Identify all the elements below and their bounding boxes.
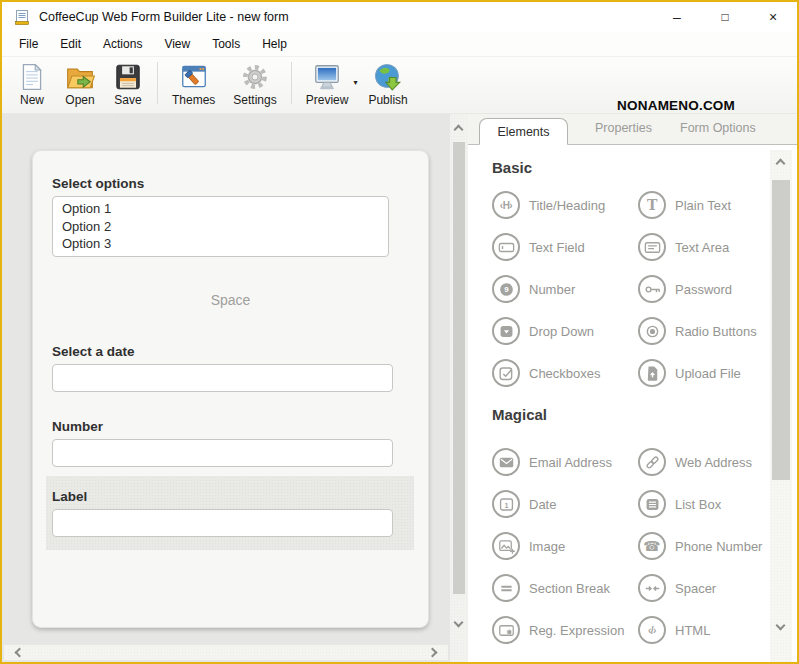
section-break-icon: [492, 574, 520, 602]
palette-scrollbar[interactable]: [770, 150, 792, 662]
palette-item-label: Text Area: [675, 240, 729, 255]
spacer-arrows-icon: [638, 574, 666, 602]
palette-item-checkboxes[interactable]: Checkboxes: [492, 352, 638, 394]
palette-item-image[interactable]: Image: [492, 525, 638, 567]
palette-grid: ‹H›Title/HeadingTPlain TextText FieldTex…: [492, 184, 797, 394]
app-logo-icon: [14, 9, 31, 26]
tool-label: New: [20, 93, 44, 107]
open-button[interactable]: Open: [56, 60, 104, 109]
palette-item-label: Date: [529, 497, 556, 512]
form-card[interactable]: Select options Option 1Option 2Option 3 …: [32, 150, 429, 628]
scroll-down-icon[interactable]: [776, 621, 786, 631]
scroll-up-icon[interactable]: [776, 159, 786, 169]
palette-item-label: Section Break: [529, 581, 610, 596]
tab-bar: ElementsPropertiesForm Options: [468, 114, 797, 145]
scrollbar-thumb[interactable]: [772, 180, 790, 480]
tool-label: Save: [114, 93, 141, 107]
scroll-right-icon[interactable]: [428, 648, 438, 658]
maximize-icon[interactable]: □: [701, 2, 749, 32]
space-element[interactable]: Space: [33, 292, 428, 308]
tab-properties[interactable]: Properties: [595, 121, 652, 135]
palette-item-title-heading[interactable]: ‹H›Title/Heading: [492, 184, 638, 226]
palette-grid: Email AddressWeb Address1DateList BoxIma…: [492, 441, 797, 651]
minimize-icon[interactable]: –: [653, 2, 701, 32]
toolbar-separator: [291, 62, 292, 104]
palette-item-label: Reg. Expression: [529, 623, 624, 638]
canvas-vertical-scrollbar[interactable]: [450, 114, 468, 662]
tool-label: Settings: [233, 93, 276, 107]
save-button[interactable]: Save: [104, 60, 152, 109]
scrollbar-thumb[interactable]: [453, 142, 465, 594]
palette-item-label: HTML: [675, 623, 710, 638]
preview-button[interactable]: Preview: [297, 60, 358, 109]
palette-item-text-field[interactable]: Text Field: [492, 226, 638, 268]
listbox-option[interactable]: Option 1: [62, 200, 388, 218]
palette-item-label: Spacer: [675, 581, 716, 596]
palette-item-label: Phone Number: [675, 539, 762, 554]
tool-label: Open: [65, 93, 94, 107]
menu-actions[interactable]: Actions: [92, 33, 153, 55]
text-field-input[interactable]: [52, 509, 393, 537]
watermark-text: NONAMENO.COM: [617, 98, 735, 113]
number-icon: 9: [492, 275, 520, 303]
palette-item-label: Number: [529, 282, 575, 297]
password-key-icon: [638, 275, 666, 303]
radio-buttons-icon: [638, 317, 666, 345]
main-area: Select options Option 1Option 2Option 3 …: [2, 114, 797, 662]
elements-panel: ElementsPropertiesForm Options Basic‹H›T…: [468, 114, 797, 662]
title-bar: CoffeeCup Web Form Builder Lite - new fo…: [2, 2, 797, 32]
palette-item-label: Upload File: [675, 366, 741, 381]
scroll-down-icon[interactable]: [454, 618, 464, 628]
tool-label: Preview: [306, 93, 349, 107]
title-heading-icon: ‹H›: [492, 191, 520, 219]
list-box-icon: [638, 490, 666, 518]
menu-help[interactable]: Help: [251, 33, 298, 55]
close-icon[interactable]: ×: [749, 2, 797, 32]
palette-item-date[interactable]: 1Date: [492, 483, 638, 525]
preview-dropdown-icon[interactable]: ▾: [353, 78, 357, 87]
phone-icon: ☎: [638, 532, 666, 560]
tab-form-options[interactable]: Form Options: [680, 121, 756, 135]
menu-view[interactable]: View: [153, 33, 201, 55]
options-listbox[interactable]: Option 1Option 2Option 3: [52, 196, 389, 257]
themes-button[interactable]: Themes: [163, 60, 224, 109]
menu-file[interactable]: File: [8, 33, 49, 55]
date-field-input[interactable]: [52, 364, 393, 392]
preview-monitor-icon: [312, 62, 342, 92]
tool-label: Publish: [368, 93, 407, 107]
html-code-icon: ‹/›: [638, 616, 666, 644]
palette-item-label: Email Address: [529, 455, 612, 470]
palette-item-section-break[interactable]: Section Break: [492, 567, 638, 609]
save-floppy-icon: [113, 62, 143, 92]
listbox-option[interactable]: Option 2: [62, 218, 388, 236]
listbox-option[interactable]: Option 3: [62, 235, 388, 253]
settings-gear-icon: [240, 62, 270, 92]
date-field-label: Select a date: [52, 344, 135, 359]
canvas-horizontal-scrollbar[interactable]: [4, 645, 448, 660]
scroll-left-icon[interactable]: [15, 648, 25, 658]
reg-expression-icon: [492, 616, 520, 644]
date-calendar-icon: 1: [492, 490, 520, 518]
palette-item-number[interactable]: 9Number: [492, 268, 638, 310]
settings-button[interactable]: Settings: [224, 60, 285, 109]
palette-item-drop-down[interactable]: Drop Down: [492, 310, 638, 352]
palette-item-label: Drop Down: [529, 324, 594, 339]
open-folder-icon: [65, 62, 95, 92]
publish-button[interactable]: Publish: [359, 60, 416, 109]
publish-globe-icon: [373, 62, 403, 92]
checkboxes-icon: [492, 359, 520, 387]
listbox-label: Select options: [52, 176, 144, 191]
palette-item-email-address[interactable]: Email Address: [492, 441, 638, 483]
palette-item-reg-expression[interactable]: Reg. Expression: [492, 609, 638, 651]
section-title-magical: Magical: [492, 406, 797, 423]
new-button[interactable]: New: [8, 60, 56, 109]
menu-tools[interactable]: Tools: [201, 33, 251, 55]
email-envelope-icon: [492, 448, 520, 476]
number-field-input[interactable]: [52, 439, 393, 467]
palette-item-label: Web Address: [675, 455, 752, 470]
palette-item-label: Title/Heading: [529, 198, 605, 213]
text-area-icon: [638, 233, 666, 261]
menu-edit[interactable]: Edit: [49, 33, 92, 55]
scroll-up-icon[interactable]: [454, 125, 464, 135]
tab-elements[interactable]: Elements: [479, 118, 568, 145]
